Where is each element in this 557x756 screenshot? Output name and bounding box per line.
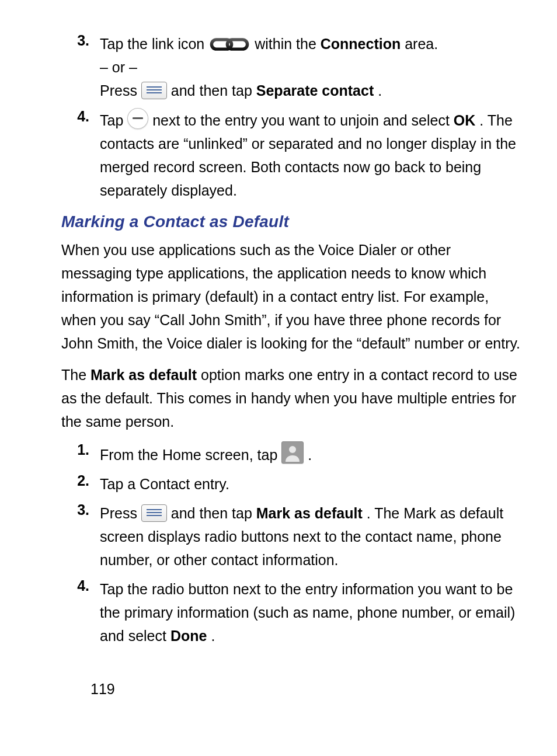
text: Tap a Contact entry. [100, 476, 229, 492]
step-number: 1. [61, 441, 100, 466]
step-number: 4. [61, 108, 100, 202]
step-number: 4. [61, 577, 100, 647]
bold-text: Separate contact [256, 82, 374, 99]
menu-icon [141, 504, 167, 522]
text: Tap the link icon [100, 36, 208, 52]
step-body: Tap the radio button next to the entry i… [100, 577, 522, 647]
paragraph: When you use applications such as the Vo… [61, 238, 522, 355]
step-body: Press and then tap Mark as default . The… [100, 501, 522, 572]
step-body: Tap the link icon within the [100, 32, 522, 102]
mark-default-steps-list: 1. From the Home screen, tap . 2. Tap a … [61, 441, 522, 647]
contacts-icon [281, 441, 304, 464]
step-number: 2. [61, 472, 100, 496]
step-body: Tap next to the entry you want to unjoin… [100, 108, 522, 202]
menu-icon [141, 82, 167, 99]
step-2: 2. Tap a Contact entry. [61, 472, 522, 496]
text: next to the entry you want to unjoin and… [152, 112, 454, 128]
page-number: 119 [90, 681, 115, 698]
unjoin-steps-list: 3. Tap the link icon [61, 32, 522, 202]
manual-page: 3. Tap the link icon [0, 0, 557, 756]
text: . [378, 82, 382, 99]
text: and then tap [171, 505, 256, 521]
step-3b: 3. Press and then tap Mark as default . … [61, 501, 522, 572]
text: Tap the radio button next to the entry i… [100, 581, 515, 644]
text: . [308, 447, 312, 463]
bold-text: OK [454, 112, 476, 128]
step-number: 3. [61, 32, 100, 102]
text: and then tap [171, 82, 256, 99]
text: Press [100, 505, 141, 521]
section-heading: Marking a Contact as Default [61, 212, 522, 231]
text: Press [100, 82, 141, 99]
step-4: 4. Tap next to the entry you want to unj… [61, 108, 522, 202]
minus-icon [127, 108, 148, 129]
step-body: Tap a Contact entry. [100, 472, 522, 496]
step-number: 3. [61, 501, 100, 572]
or-line: – or – [100, 59, 137, 75]
text: . [211, 628, 215, 644]
text: From the Home screen, tap [100, 447, 281, 463]
svg-point-2 [289, 446, 296, 453]
step-3: 3. Tap the link icon [61, 32, 522, 102]
link-icon [208, 36, 250, 53]
text: within the [255, 36, 321, 52]
step-4b: 4. Tap the radio button next to the entr… [61, 577, 522, 647]
step-1: 1. From the Home screen, tap . [61, 441, 522, 466]
text: The [61, 367, 90, 383]
bold-text: Mark as default [90, 367, 197, 383]
step-body: From the Home screen, tap . [100, 441, 522, 466]
bold-text: Mark as default [256, 505, 363, 521]
text: area. [405, 36, 438, 52]
bold-text: Connection [321, 36, 401, 52]
paragraph: The Mark as default option marks one ent… [61, 363, 522, 433]
text: Tap [100, 112, 127, 128]
bold-text: Done [170, 628, 207, 644]
